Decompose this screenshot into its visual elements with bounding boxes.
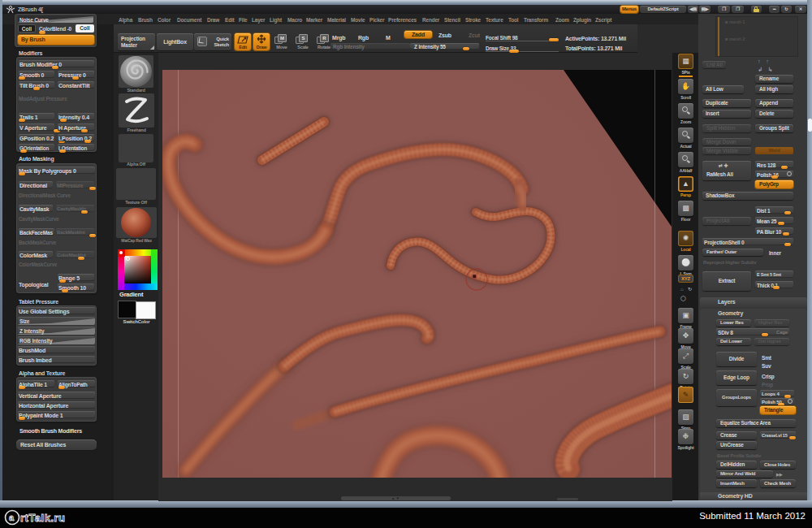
svg-text:rtTalk.ru: rtTalk.ru — [20, 512, 66, 524]
svg-text:a: a — [9, 513, 15, 522]
